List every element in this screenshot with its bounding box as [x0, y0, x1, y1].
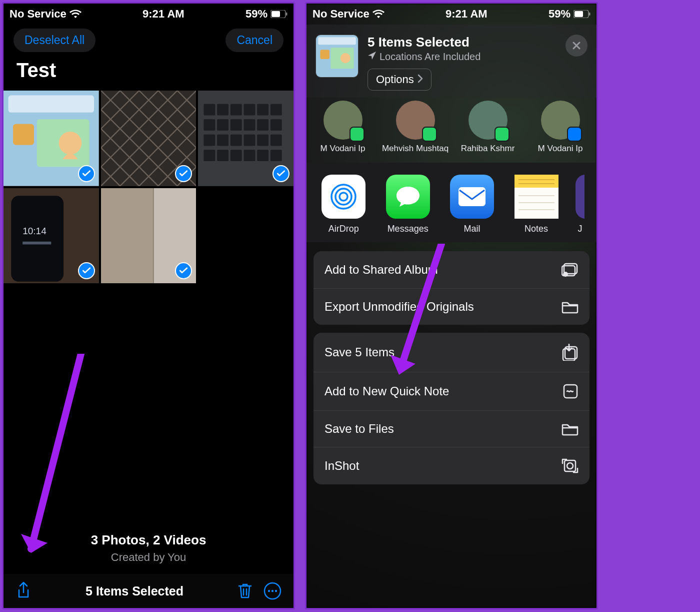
mail-icon: [450, 175, 494, 219]
contact-item-3[interactable]: Rahiba Kshmr: [453, 101, 523, 154]
svg-rect-31: [244, 150, 256, 161]
status-carrier: No Service: [10, 8, 66, 21]
svg-rect-29: [217, 150, 228, 161]
share-button[interactable]: [16, 581, 32, 601]
app-label: J: [576, 224, 584, 234]
options-button[interactable]: Options: [368, 69, 432, 91]
app-airdrop[interactable]: AirDrop: [318, 175, 368, 234]
svg-rect-30: [230, 150, 242, 161]
action-label: InShot: [324, 459, 359, 473]
svg-rect-69: [564, 460, 576, 471]
folder-icon: [562, 422, 578, 436]
svg-rect-57: [514, 188, 558, 219]
quick-note-icon: [562, 383, 578, 399]
app-mail[interactable]: Mail: [447, 175, 497, 234]
svg-rect-32: [258, 150, 269, 161]
chevron-right-icon: [417, 73, 423, 86]
close-icon: [572, 41, 582, 51]
svg-rect-14: [258, 104, 269, 116]
svg-rect-16: [204, 119, 216, 131]
album-title: Test: [4, 56, 294, 91]
action-export-unmodified[interactable]: Export Unmodified Originals: [314, 288, 590, 325]
svg-rect-45: [574, 11, 583, 17]
whatsapp-badge-icon: [350, 127, 364, 142]
contact-name: M Vodani Ip: [308, 144, 378, 154]
svg-rect-20: [258, 119, 269, 131]
battery-icon: [574, 10, 590, 18]
svg-rect-50: [320, 50, 329, 59]
status-carrier: No Service: [312, 8, 370, 21]
selection-check-icon: [78, 262, 95, 279]
svg-point-70: [567, 463, 573, 469]
summary-counts: 3 Photos, 2 Videos: [4, 532, 294, 548]
selection-check-icon: [78, 165, 95, 182]
svg-point-41: [268, 590, 270, 592]
status-time: 9:21 AM: [142, 8, 184, 21]
folder-icon: [562, 300, 578, 314]
share-subtitle: Locations Are Included: [368, 51, 556, 63]
deselect-all-button[interactable]: Deselect All: [14, 29, 96, 52]
svg-rect-46: [589, 13, 590, 16]
thumb-1-illustration[interactable]: [4, 91, 99, 186]
thumb-2-tile[interactable]: [101, 91, 196, 186]
svg-rect-22: [204, 135, 216, 146]
status-time: 9:21 AM: [446, 8, 488, 21]
svg-rect-48: [318, 37, 356, 45]
apps-row: AirDrop Messages Mail Notes: [306, 163, 596, 242]
shared-album-icon: [562, 262, 578, 277]
imessage-badge-icon: [567, 127, 582, 142]
thumb-4-phone[interactable]: 10:14: [4, 188, 99, 284]
app-notes[interactable]: Notes: [511, 175, 561, 234]
bottom-toolbar: 5 Items Selected: [4, 574, 294, 608]
app-partial-icon: [576, 175, 584, 219]
whatsapp-badge-icon: [494, 127, 510, 142]
selection-summary: 3 Photos, 2 Videos Created by You: [4, 532, 294, 564]
svg-rect-33: [270, 150, 282, 161]
svg-point-43: [275, 590, 277, 592]
actions-group-1: Add to Shared Album Export Unmodified Or…: [314, 251, 590, 325]
action-inshot[interactable]: InShot: [314, 447, 590, 484]
airdrop-icon: [322, 175, 366, 219]
close-button[interactable]: [566, 35, 588, 57]
wifi-icon: [70, 10, 82, 19]
svg-rect-26: [258, 135, 269, 146]
trash-button[interactable]: [238, 582, 252, 599]
messages-icon: [386, 175, 430, 219]
thumb-3-keyboard[interactable]: [198, 91, 294, 186]
status-battery-percent: 59%: [548, 8, 570, 21]
contact-name: M Vodani Ip: [526, 144, 596, 154]
whatsapp-badge-icon: [422, 127, 437, 142]
svg-rect-28: [204, 150, 216, 161]
svg-rect-1: [272, 11, 280, 17]
action-save-items[interactable]: Save 5 Items: [314, 333, 590, 372]
svg-rect-27: [270, 135, 282, 146]
more-button[interactable]: [264, 582, 282, 600]
action-add-quick-note[interactable]: Add to New Quick Note: [314, 372, 590, 410]
action-add-to-shared-album[interactable]: Add to Shared Album: [314, 251, 590, 288]
svg-rect-12: [230, 104, 242, 116]
inshot-icon: [562, 458, 578, 473]
contact-item-2[interactable]: Mehvish Mushtaq: [380, 101, 450, 154]
notes-icon: [514, 175, 558, 219]
action-save-to-files[interactable]: Save to Files: [314, 410, 590, 447]
svg-rect-15: [270, 104, 282, 116]
app-partial-right[interactable]: J: [576, 175, 584, 234]
action-label: Save 5 Items: [324, 345, 394, 359]
summary-creator: Created by You: [4, 551, 294, 564]
contact-item-4[interactable]: M Vodani Ip: [526, 101, 596, 154]
cancel-button[interactable]: Cancel: [226, 29, 284, 52]
svg-point-42: [272, 590, 274, 592]
contact-item-1[interactable]: M Vodani Ip: [308, 101, 378, 154]
action-label: Export Unmodified Originals: [324, 300, 474, 314]
app-messages[interactable]: Messages: [382, 175, 432, 234]
svg-point-53: [336, 189, 352, 205]
thumb-5-texture[interactable]: [101, 188, 196, 284]
svg-rect-35: [11, 196, 64, 282]
app-label: Notes: [511, 224, 561, 234]
svg-point-51: [340, 53, 350, 63]
svg-rect-25: [244, 135, 256, 146]
app-label: AirDrop: [318, 224, 368, 234]
svg-rect-10: [204, 104, 216, 116]
contact-name: Mehvish Mushtaq: [380, 144, 450, 154]
svg-rect-18: [230, 119, 242, 131]
